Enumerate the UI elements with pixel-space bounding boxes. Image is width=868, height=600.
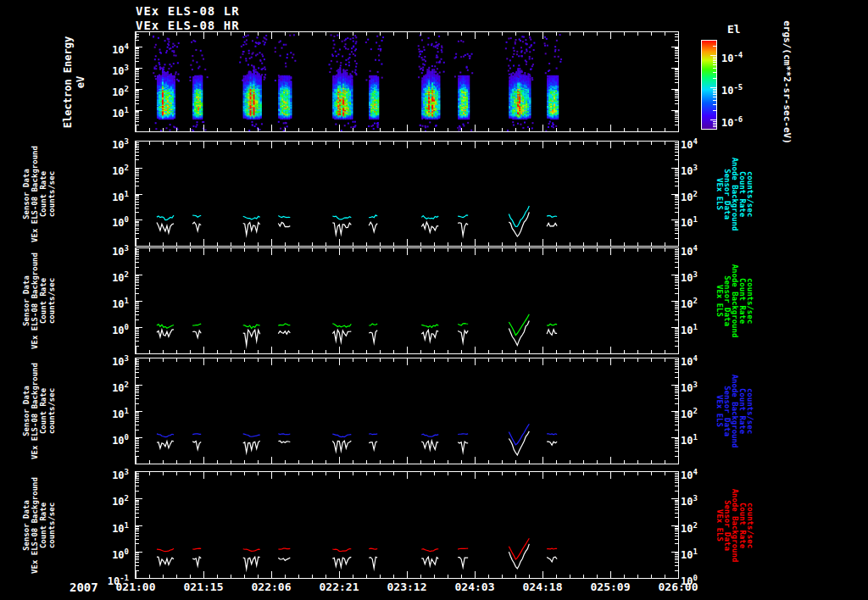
exponent: -5 — [733, 83, 743, 92]
exponent: 1 — [693, 215, 697, 224]
line-panel-left-ytick: 101 — [88, 187, 129, 201]
line-panel-left-ytick: 103 — [88, 465, 129, 479]
exponent: 1 — [693, 547, 697, 556]
exponent: 2 — [125, 381, 129, 389]
line-panel-canvas-3 — [136, 248, 678, 353]
line-panel-left-ytick: 102 — [88, 161, 129, 175]
line-panel-right-axis-title: counts/sec Count Rate Anode Background S… — [715, 488, 754, 562]
line-panel-right-ytick: 103 — [681, 268, 698, 281]
exponent: 1 — [693, 323, 697, 331]
line-panel-4 — [135, 358, 679, 464]
line-panel-right-ytick: 101 — [681, 431, 698, 444]
exponent: 0 — [125, 547, 129, 556]
line-panel-right-ytick: 104 — [681, 465, 698, 479]
x-tick-label: 024:18 — [523, 581, 563, 593]
exponent: 1 — [125, 106, 129, 114]
exponent: 3 — [125, 354, 129, 363]
line-panel-left-ytick: 100 — [88, 213, 129, 226]
exponent: -4 — [733, 51, 743, 59]
line-panel-left-ytick: 102 — [88, 492, 129, 505]
exponent: 1 — [125, 190, 129, 198]
exponent: 0 — [125, 215, 129, 224]
line-panel-left-ytick: 102 — [88, 378, 129, 392]
exponent: 4 — [693, 137, 697, 146]
line-panel-canvas-4 — [136, 358, 678, 464]
spectrogram-ytick-label: 101 — [88, 103, 129, 117]
line-panel-left-ytick: 101 — [88, 404, 129, 418]
exponent: 0 — [125, 433, 129, 442]
spectrogram-yaxis-title: Electron Energy eV — [62, 36, 87, 127]
line-panel-right-ytick: 101 — [681, 213, 698, 226]
exponent: 2 — [693, 190, 697, 198]
colorbar-tick-label: 10-4 — [721, 48, 743, 62]
exponent: 3 — [693, 270, 697, 279]
line-panel-right-ytick: 101 — [681, 545, 698, 558]
line-panel-left-axis-title: Sensor Data VEx ELS-08 Background Count … — [22, 146, 56, 242]
line-panel-canvas-2 — [136, 142, 678, 246]
colorbar-tick-label: 10-6 — [721, 113, 743, 126]
exponent: 3 — [125, 137, 129, 146]
line-panel-right-ytick: 104 — [681, 135, 698, 148]
line-panel-left-ytick: 103 — [88, 242, 129, 255]
exponent: 0 — [693, 574, 697, 582]
colorbar-title: El — [727, 23, 741, 36]
line-panel-left-axis-title: Sensor Data VEx ELS-08 Background Count … — [22, 477, 56, 574]
line-panel-5 — [135, 471, 679, 579]
line-panel-left-ytick: 103 — [88, 135, 129, 148]
exponent: 2 — [125, 164, 129, 172]
exponent: 1 — [125, 521, 129, 530]
line-panel-right-ytick: 104 — [681, 242, 698, 255]
x-tick-label: 021:15 — [184, 581, 224, 593]
exponent: 1 — [693, 433, 697, 442]
line-panel-left-axis-title: Sensor Data VEx ELS-08 Background Count … — [22, 253, 56, 349]
line-panel-right-axis-title: counts/sec Count Rate Anode Background S… — [715, 264, 754, 338]
exponent: 1 — [125, 407, 129, 415]
spectrogram-ytick-label: 103 — [88, 61, 129, 75]
colorbar-tick-label: 10-5 — [721, 81, 743, 94]
x-tick-label: 024:03 — [455, 581, 495, 593]
vex-els-figure: VEx ELS-08 LR VEx ELS-08 HR 2007 El ergs… — [0, 0, 868, 600]
line-panel-right-ytick: 103 — [681, 378, 698, 392]
plot-title-hr: VEx ELS-08 HR — [136, 19, 240, 32]
exponent: 2 — [693, 407, 697, 415]
exponent: 4 — [693, 354, 697, 363]
exponent: 4 — [693, 244, 697, 253]
x-tick-label: 022:06 — [252, 581, 292, 593]
colorbar-canvas — [702, 41, 716, 129]
x-tick-label: 025:09 — [591, 581, 631, 593]
exponent: 3 — [125, 244, 129, 253]
line-panel-left-ytick: 101 — [88, 294, 129, 308]
line-panel-right-ytick: 102 — [681, 187, 698, 201]
exponent: 4 — [693, 468, 697, 476]
spectrogram-panel — [135, 31, 679, 132]
line-panel-right-ytick: 102 — [681, 404, 698, 418]
exponent: 2 — [125, 85, 129, 93]
line-panel-right-ytick: 102 — [681, 519, 698, 532]
line-panel-2 — [135, 141, 679, 247]
line-panel-left-ytick: 103 — [88, 352, 129, 365]
line-panel-left-ytick: 102 — [88, 268, 129, 281]
plot-title-lr: VEx ELS-08 LR — [136, 4, 240, 18]
line-panel-right-ytick: 102 — [681, 294, 698, 308]
line-panel-canvas-5 — [136, 472, 678, 578]
x-tick-label: 023:12 — [387, 581, 427, 593]
line-panel-right-ytick: 103 — [681, 492, 698, 505]
exponent: 3 — [693, 164, 697, 172]
line-panel-3 — [135, 247, 679, 354]
spectrogram-ytick-label: 104 — [88, 40, 129, 53]
colorbar-units-label: ergs/(cm**2-sr-sec-eV) — [782, 20, 793, 144]
line-panel-left-ytick: 100 — [88, 545, 129, 558]
line-panel-right-axis-title: counts/sec Count Rate Anode Background S… — [715, 375, 754, 448]
line-panel-left-ytick: 10-1 — [88, 571, 129, 585]
line-panel-left-ytick: 100 — [88, 320, 129, 334]
exponent: -1 — [120, 574, 129, 582]
exponent: 2 — [125, 270, 129, 279]
exponent: 4 — [125, 42, 129, 51]
exponent: 1 — [125, 297, 129, 305]
spectrogram-ytick-label: 102 — [88, 82, 129, 96]
exponent: 3 — [693, 494, 697, 503]
line-panel-left-ytick: 101 — [88, 519, 129, 532]
line-panel-right-ytick: 104 — [681, 352, 698, 365]
exponent: 2 — [125, 494, 129, 503]
exponent: 3 — [125, 64, 129, 72]
